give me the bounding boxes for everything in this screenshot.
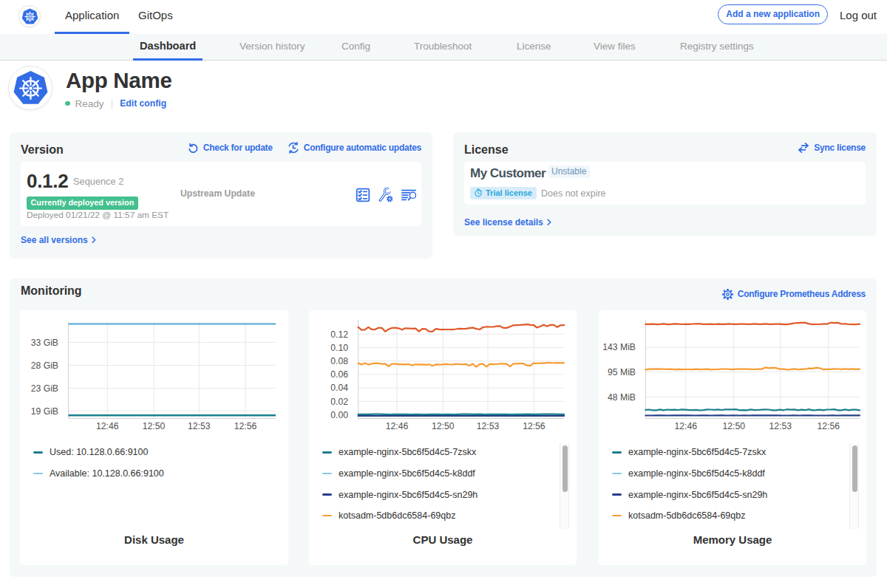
svg-text:23 GiB: 23 GiB (31, 383, 58, 394)
svg-text:0.12: 0.12 (330, 329, 348, 340)
svg-text:0.10: 0.10 (330, 343, 348, 353)
svg-text:12:53: 12:53 (188, 421, 211, 431)
svg-text:95 MiB: 95 MiB (608, 367, 636, 377)
svg-text:0.00: 0.00 (330, 410, 348, 420)
svg-text:143 MiB: 143 MiB (602, 342, 636, 352)
svg-text:12:50: 12:50 (432, 421, 455, 431)
svg-text:28 GiB: 28 GiB (31, 360, 58, 371)
svg-text:12:56: 12:56 (523, 421, 546, 431)
svg-text:0.04: 0.04 (330, 383, 348, 393)
svg-text:12:50: 12:50 (722, 421, 745, 431)
svg-text:12:56: 12:56 (234, 421, 257, 431)
svg-text:0.02: 0.02 (330, 397, 348, 407)
svg-text:12:56: 12:56 (817, 421, 840, 431)
svg-text:12:50: 12:50 (143, 421, 166, 431)
svg-text:0.08: 0.08 (330, 356, 348, 366)
svg-text:33 GiB: 33 GiB (31, 338, 58, 348)
svg-text:0.06: 0.06 (330, 369, 348, 380)
svg-text:12:46: 12:46 (675, 421, 698, 431)
svg-text:12:53: 12:53 (477, 421, 500, 431)
svg-text:19 GiB: 19 GiB (31, 406, 58, 417)
svg-text:48 MiB: 48 MiB (608, 392, 636, 403)
svg-text:12:53: 12:53 (769, 421, 792, 431)
svg-text:12:46: 12:46 (96, 421, 119, 431)
svg-text:12:46: 12:46 (386, 421, 409, 431)
